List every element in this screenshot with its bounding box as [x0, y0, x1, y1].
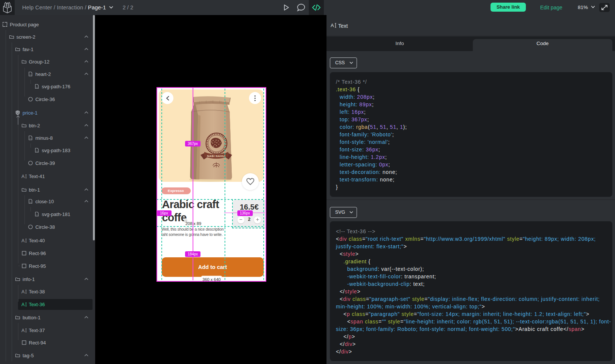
svg-text:A: A: [21, 328, 25, 333]
svg-text:A: A: [21, 302, 25, 307]
svg-text:A: A: [21, 238, 25, 243]
svg-text:A: A: [21, 289, 25, 295]
svg-text:A: A: [331, 23, 334, 28]
svg-text:A: A: [21, 174, 25, 179]
